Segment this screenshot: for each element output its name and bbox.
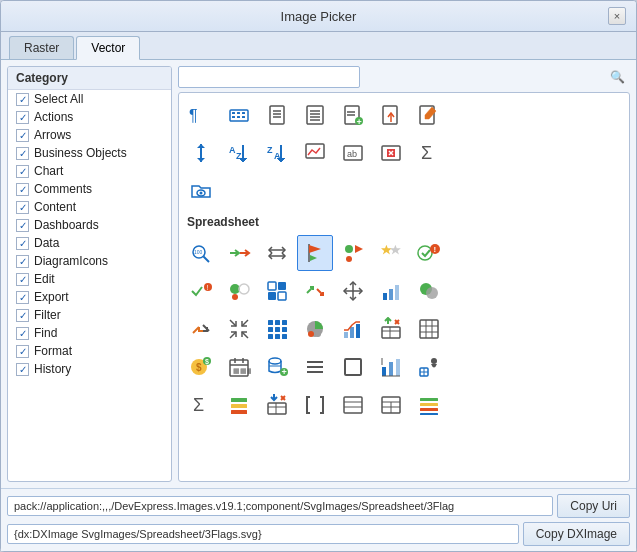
icon-cell[interactable] (259, 311, 295, 347)
icon-cell[interactable]: + (335, 97, 371, 133)
checkbox-content[interactable] (16, 201, 29, 214)
tab-vector[interactable]: Vector (76, 36, 140, 60)
icon-cell[interactable]: ab (335, 135, 371, 171)
icon-cell[interactable] (373, 135, 409, 171)
checkbox-find[interactable] (16, 327, 29, 340)
checkbox-diagramicons[interactable] (16, 255, 29, 268)
dx-input[interactable] (7, 524, 519, 544)
svg-point-129 (431, 358, 437, 364)
checkbox-chart[interactable] (16, 165, 29, 178)
icon-cell[interactable] (411, 349, 447, 385)
icon-cell[interactable] (373, 349, 409, 385)
icon-cell[interactable] (297, 135, 333, 171)
checkbox-dashboards[interactable] (16, 219, 29, 232)
icon-cell[interactable] (297, 349, 333, 385)
icon-cell[interactable] (259, 235, 295, 271)
icon-cell[interactable] (183, 173, 219, 209)
icon-cell[interactable]: ▦▦▦ (221, 349, 257, 385)
icon-cell[interactable]: Z A (259, 135, 295, 171)
icon-cell[interactable]: A Z (221, 135, 257, 171)
icon-cell[interactable] (297, 387, 333, 423)
icon-cell[interactable] (221, 387, 257, 423)
sidebar-item-label: Arrows (34, 128, 71, 142)
icon-cell[interactable]: Σ (411, 135, 447, 171)
checkbox-arrows[interactable] (16, 129, 29, 142)
svg-text:100: 100 (194, 249, 203, 255)
icon-cell[interactable] (373, 235, 409, 271)
icon-cell[interactable] (297, 311, 333, 347)
icon-cell[interactable] (373, 273, 409, 309)
close-button[interactable]: × (608, 7, 626, 25)
icon-cell[interactable] (335, 235, 371, 271)
sidebar-item-content[interactable]: Content (8, 198, 171, 216)
icon-cell[interactable]: + (259, 349, 295, 385)
icon-cell[interactable] (373, 387, 409, 423)
icon-cell[interactable]: Σ (183, 387, 219, 423)
icon-cell[interactable] (221, 235, 257, 271)
tab-raster[interactable]: Raster (9, 36, 74, 59)
sidebar-item-label: Content (34, 200, 76, 214)
svg-rect-2 (232, 112, 235, 114)
icon-cell[interactable] (411, 311, 447, 347)
checkbox-business-objects[interactable] (16, 147, 29, 160)
checkbox-edit[interactable] (16, 273, 29, 286)
icon-cell[interactable] (183, 311, 219, 347)
icon-cell[interactable] (259, 273, 295, 309)
icon-cell[interactable] (335, 349, 371, 385)
sidebar-item-arrows[interactable]: Arrows (8, 126, 171, 144)
sidebar-item-dashboards[interactable]: Dashboards (8, 216, 171, 234)
icon-cell[interactable]: ¶ (183, 97, 219, 133)
checkbox-export[interactable] (16, 291, 29, 304)
icon-cell[interactable] (221, 97, 257, 133)
icon-cell[interactable] (297, 273, 333, 309)
search-input[interactable] (178, 66, 360, 88)
icon-cell[interactable] (411, 273, 447, 309)
copy-dximage-button[interactable]: Copy DXImage (523, 522, 630, 546)
sidebar-item-filter[interactable]: Filter (8, 306, 171, 324)
svg-rect-70 (383, 293, 387, 300)
sidebar-item-export[interactable]: Export (8, 288, 171, 306)
copy-uri-button[interactable]: Copy Uri (557, 494, 630, 518)
sidebar-item-comments[interactable]: Comments (8, 180, 171, 198)
sidebar-item-edit[interactable]: Edit (8, 270, 171, 288)
checkbox-comments[interactable] (16, 183, 29, 196)
checkbox-actions[interactable] (16, 111, 29, 124)
icon-cell[interactable] (335, 311, 371, 347)
icon-cell[interactable]: ! (183, 273, 219, 309)
sidebar-item-business-objects[interactable]: Business Objects (8, 144, 171, 162)
checkbox-select-all[interactable] (16, 93, 29, 106)
icon-cell[interactable] (373, 97, 409, 133)
icon-cell[interactable]: ! (411, 235, 447, 271)
icon-cell[interactable] (183, 135, 219, 171)
sidebar-item-data[interactable]: Data (8, 234, 171, 252)
sidebar-item-select-all[interactable]: Select All (8, 90, 171, 108)
icon-cell[interactable]: $ $ (183, 349, 219, 385)
icon-cell[interactable] (221, 273, 257, 309)
icon-cell[interactable] (373, 311, 409, 347)
icon-cell[interactable] (335, 273, 371, 309)
sidebar-item-actions[interactable]: Actions (8, 108, 171, 126)
icon-cell[interactable] (411, 97, 447, 133)
sidebar-item-diagramicons[interactable]: DiagramIcons (8, 252, 171, 270)
checkbox-history[interactable] (16, 363, 29, 376)
uri-input[interactable] (7, 496, 553, 516)
icon-cell-selected[interactable] (297, 235, 333, 271)
icon-cell[interactable] (259, 97, 295, 133)
icon-cell[interactable] (411, 387, 447, 423)
checkbox-data[interactable] (16, 237, 29, 250)
svg-point-116 (269, 358, 281, 364)
icon-cell[interactable] (221, 311, 257, 347)
icon-cell[interactable] (335, 387, 371, 423)
checkbox-filter[interactable] (16, 309, 29, 322)
svg-rect-83 (282, 320, 287, 325)
icon-cell[interactable] (259, 387, 295, 423)
svg-point-61 (232, 294, 238, 300)
sidebar-item-chart[interactable]: Chart (8, 162, 171, 180)
sidebar-item-find[interactable]: Find (8, 324, 171, 342)
icon-cell[interactable]: 100 (183, 235, 219, 271)
svg-rect-136 (231, 410, 247, 414)
sidebar-item-history[interactable]: History (8, 360, 171, 378)
icon-cell[interactable] (297, 97, 333, 133)
checkbox-format[interactable] (16, 345, 29, 358)
sidebar-item-format[interactable]: Format (8, 342, 171, 360)
